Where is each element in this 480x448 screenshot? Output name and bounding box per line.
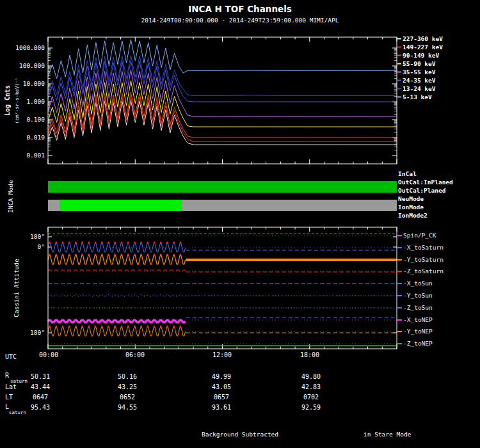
track-label-x-tonep: -X_toNEP (403, 316, 433, 323)
track-dot (140, 242, 142, 244)
legend-label-13-24: 13-24 keV (403, 85, 436, 92)
eph-value: 50.31 (31, 373, 50, 380)
track-dot (88, 242, 90, 244)
eph-sub-l: saturn (9, 410, 26, 415)
mode-bar-segment (60, 200, 182, 211)
track-dot (180, 326, 182, 328)
eph-value: 95.43 (31, 404, 50, 411)
track-dot (154, 242, 156, 244)
track-dot (81, 242, 83, 244)
track-dot (166, 254, 168, 256)
track-dot (49, 242, 51, 244)
track-dot (62, 326, 64, 328)
track-dot (108, 254, 109, 256)
track-label-y-tosun: -Y_toSun (403, 292, 433, 299)
eph-value: 0647 (33, 394, 48, 401)
energy-ytick: 0.001 (26, 152, 45, 159)
legend-label-24-35: 24-35 keV (403, 77, 436, 84)
legend-label-227-360: 227-360 keV (403, 35, 443, 42)
time-range-subtitle: 2014-249T00:00:00.000 - 2014-249T23:59:0… (141, 17, 339, 24)
legend-label-55-90: 55-90 keV (403, 60, 436, 67)
eph-value: 43.05 (212, 383, 231, 390)
eph-label-lat: Lat (5, 383, 17, 390)
track-dot (108, 242, 109, 244)
track-dot (68, 242, 70, 244)
track-dot (62, 254, 64, 256)
eph-value: 0702 (303, 394, 319, 401)
track-dot (160, 326, 162, 328)
legend-label-5-13: 5-13 keV (403, 93, 432, 100)
attitude-ylabel: Cassini Attitude (13, 259, 20, 317)
track-dot (166, 326, 168, 328)
track-label-spin-pck: Spin/P_CK (403, 232, 436, 239)
track-dot (101, 242, 103, 244)
track-label-z-tosaturn: -Z_toSaturn (403, 268, 444, 275)
mode-ylabel: INCA Mode (7, 180, 14, 213)
mode-bar-segment (48, 181, 397, 193)
track-dot (173, 254, 175, 256)
attitude-ytick: 180° (30, 329, 45, 336)
mode-label-outcal-inplaned: OutCal:InPlaned (398, 179, 453, 186)
mode-label-incal: InCal (398, 170, 417, 177)
track-dot (55, 254, 57, 256)
track-dot (154, 326, 156, 328)
legend-label-35-55: 35-55 keV (403, 68, 436, 76)
track-dot (121, 254, 123, 256)
track-dot (49, 326, 51, 328)
track-dot (88, 326, 90, 328)
eph-value: 92.59 (301, 404, 321, 411)
track-label-z-tonep: -Z_toNEP (403, 340, 433, 347)
track-dot (49, 254, 51, 256)
eph-value: 49.99 (212, 373, 231, 380)
mode-label-outcal-planed: OutCal:Planed (398, 187, 446, 194)
track-dot (55, 326, 57, 328)
track-dot (154, 254, 156, 256)
legend-label-149-227: 149-227 keV (403, 44, 443, 51)
track-dot (180, 242, 182, 244)
energy-ylabel: Log Cnts (4, 85, 11, 116)
track-dot (147, 254, 148, 256)
eph-value: 94.55 (118, 404, 137, 411)
track-dot (75, 242, 77, 244)
track-dot (75, 326, 77, 328)
eph-value: 50.16 (118, 373, 137, 380)
mode-label-ionmode2: IonMode2 (398, 212, 428, 219)
track-dot (114, 254, 116, 256)
track-dot (134, 326, 136, 328)
energy-ytick: 0.100 (26, 116, 45, 123)
mode-label-neumode: NeuMode (398, 195, 424, 202)
eph-label-lt: LT (5, 394, 13, 401)
track-dot (127, 254, 129, 256)
track-label-y-tonep: -Y_toNEP (403, 328, 433, 335)
footer-background-subtracted: Background Subtracted (202, 431, 278, 438)
track-dot (75, 254, 77, 256)
track-dot (166, 242, 168, 244)
track-dot (140, 326, 142, 328)
track-dot (55, 242, 57, 244)
utc-axis-label: UTC (5, 353, 17, 360)
inca-tof-figure: INCA H TOF Channels 2014-249T00:00:00.00… (0, 0, 480, 448)
track-dot (160, 254, 162, 256)
track-label-x-tosun: -X_toSun (403, 280, 433, 287)
eph-value: 0657 (214, 394, 229, 401)
energy-ytick: 1000.000 (15, 44, 45, 51)
energy-ytick: 1.000 (26, 98, 45, 105)
eph-value: 43.25 (118, 383, 137, 390)
track-dot (180, 254, 182, 256)
page-title: INCA H TOF Channels (188, 4, 292, 14)
track-dot (95, 254, 97, 256)
eph-value: 43.44 (31, 383, 50, 390)
xtick-0000: 00:00 (39, 351, 58, 358)
track-dot (134, 242, 136, 244)
track-dot (81, 254, 83, 256)
mode-label-ionmode: IonMode (398, 204, 424, 211)
track-dot (108, 326, 109, 328)
legend-label-90-149: 90-149 keV (403, 52, 439, 59)
xtick-1800: 18:00 (300, 351, 319, 358)
track-label-y-tosaturn: -Y_toSaturn (403, 256, 444, 263)
track-dot (95, 242, 97, 244)
track-dot (121, 326, 123, 328)
attitude-ytick: 180° (30, 233, 45, 240)
track-label-z-tosun: -Z_toSun (403, 304, 433, 311)
track-dot (173, 326, 175, 328)
